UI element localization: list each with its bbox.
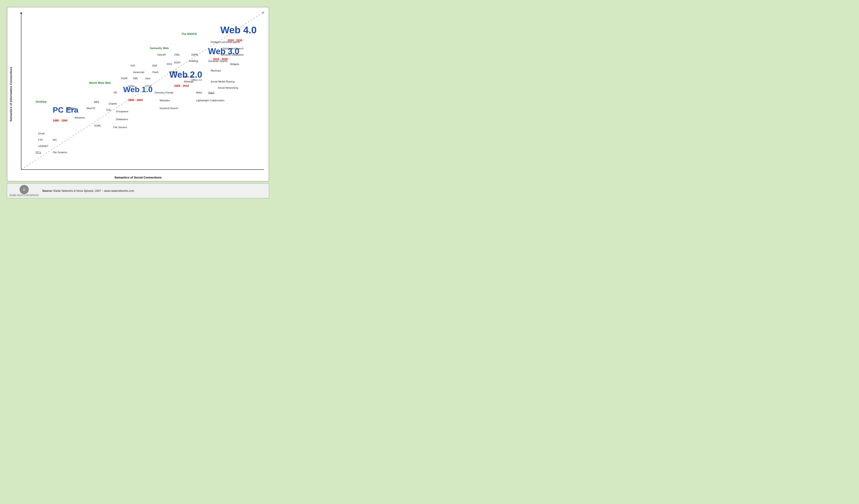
databases-label: Databases — [116, 118, 128, 121]
x-axis-label: Semantics of Social Connections — [114, 176, 162, 179]
world-wide-web-label: World Wide Web — [89, 81, 111, 84]
java-label: Java — [145, 77, 150, 80]
websites-label: Websites — [160, 99, 170, 102]
gopher-label: Gopher — [108, 102, 117, 105]
rss-label: RSS — [167, 63, 172, 65]
footer-detail: Radar Networks & Nova Spivack, 2007 – ww… — [54, 189, 134, 192]
soap-label: SOAP — [121, 77, 128, 80]
web2-office-label: Web 2.0 — [184, 75, 193, 78]
plot-area: PC Era 1980 - 1990 Web 1.0 1990 - 2000 W… — [21, 12, 264, 170]
vr-label: VR — [114, 91, 117, 94]
macos-label: MacOS — [87, 107, 95, 110]
semantic-web-label: Semantic Web — [150, 47, 169, 50]
p2p-label: P2P — [131, 64, 135, 67]
sparql-label: SPARQL — [189, 60, 199, 62]
web1-date: 1990 - 2000 — [128, 98, 143, 102]
semantic-databases-label: Semantic Databases — [220, 53, 244, 56]
irc-label: IRC — [53, 139, 57, 141]
atom-label: ATOM — [169, 71, 176, 74]
lightweight-collab-label: Lightweight Collaboration — [196, 99, 225, 102]
rdf-label: RDF — [152, 64, 157, 67]
web4-label: Web 4.0 — [220, 25, 257, 36]
keyword-search-label: Keyword Search — [160, 107, 178, 110]
outer-container: Semantics of Information Connections — [4, 4, 271, 201]
flash-label: Flash — [152, 71, 159, 74]
windows-label: Windows — [75, 116, 85, 119]
distributed-search-label: Distributed Search — [223, 47, 244, 50]
the-webos-label: The WebOS — [181, 32, 197, 36]
intelligent-agents-label: Intelligent personal agents — [211, 41, 240, 43]
cc-wrapper: © SOME RIGHTS RESERVED — [10, 185, 39, 196]
xml-label: XML — [133, 77, 138, 80]
owl-label: OWL — [174, 53, 180, 56]
sgml-label: SGML — [94, 124, 101, 127]
file-servers-label: File Servers — [114, 126, 127, 129]
svg-marker-3 — [20, 12, 22, 14]
web2-date: 2000 - 2010 — [174, 84, 189, 88]
widgets-label: Widgets — [230, 63, 239, 65]
footer: © SOME RIGHTS RESERVED Source: Radar Net… — [7, 183, 269, 198]
openid-label: OpenID — [157, 53, 166, 56]
some-rights-text: SOME RIGHTS RESERVED — [10, 194, 39, 196]
javascript-label: Javascript — [133, 71, 145, 74]
usenet-label: USENET — [38, 145, 48, 147]
chart-container: Semantics of Information Connections — [7, 7, 269, 182]
office20-label: Office 2.0 — [191, 79, 202, 81]
mmos-label: MMO's — [67, 107, 75, 110]
html-label: HTML — [128, 85, 135, 88]
pc-era-date: 1980 - 1990 — [53, 119, 67, 122]
semantic-search-label: Semantic Search — [208, 60, 227, 62]
footer-source: Source: — [42, 189, 53, 192]
ajax-label: AJAX — [174, 61, 181, 64]
swrl-label: SWRL — [191, 53, 198, 56]
y-axis-label: Semantics of Information Connections — [9, 67, 13, 122]
directory-portals-label: Directory Portals — [155, 91, 174, 94]
email-label: Email — [38, 132, 45, 135]
wikis-label: Wikis — [196, 91, 202, 94]
desktop-label: Desktop — [36, 100, 46, 104]
saas-label: SaaS — [208, 91, 214, 94]
social-media-label: Social Media Sharing — [211, 80, 235, 83]
mashups-label: Mashups — [211, 69, 221, 72]
social-networking-label: Social Networking — [218, 86, 238, 89]
bbs-label: BBS — [94, 100, 99, 104]
ftp-label: FTP — [38, 139, 43, 141]
footer-text: Source: Radar Networks & Nova Spivack, 2… — [42, 189, 134, 192]
file-systems-label: File Systems — [53, 151, 67, 154]
groupware-label: Groupware — [116, 110, 128, 113]
http-label: HTTP — [145, 85, 152, 88]
pcs-label: PC's — [36, 151, 41, 154]
cc-icon: © — [19, 185, 29, 194]
sql-label: SQL — [106, 108, 111, 111]
